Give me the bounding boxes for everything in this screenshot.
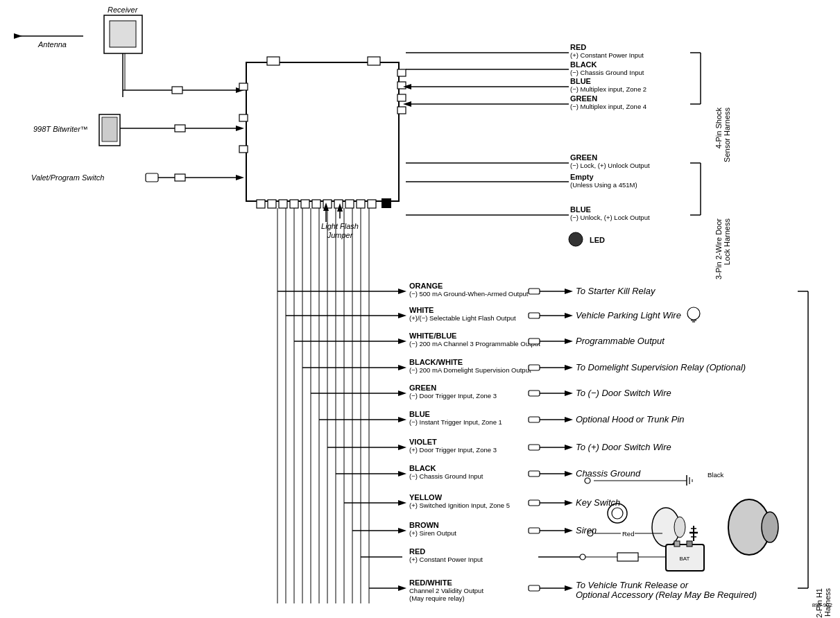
svg-rect-163 — [529, 585, 540, 591]
svg-rect-9 — [172, 87, 182, 94]
svg-rect-154 — [529, 313, 540, 318]
diagram-container: Antenna Receiver 998T Bitwriter™ Valet/P… — [0, 0, 840, 618]
wire-red-cp-color: RED — [409, 547, 425, 556]
wire-violet-color: VIOLET — [409, 438, 437, 446]
svg-rect-22 — [246, 62, 399, 201]
wire-blue-dl-color: BLUE — [570, 205, 591, 214]
wire-brown-desc: (+) Siren Output — [409, 529, 456, 537]
svg-rect-162 — [529, 528, 540, 533]
svg-rect-142 — [674, 541, 680, 547]
wire-violet-desc: (+) Door Trigger Input, Zone 3 — [409, 446, 497, 454]
svg-point-63 — [569, 232, 583, 246]
svg-rect-138 — [617, 553, 638, 561]
svg-point-145 — [762, 512, 778, 542]
wire-green-dl-color: GREEN — [570, 153, 597, 162]
svg-rect-16 — [175, 125, 185, 132]
valet-switch-label: Valet/Program Switch — [31, 173, 104, 182]
svg-rect-34 — [357, 200, 365, 208]
shock-sensor-harness-label: 4-Pin Shock — [714, 108, 723, 149]
svg-rect-157 — [529, 390, 540, 396]
wire-black-cg-color: BLACK — [409, 464, 436, 472]
receiver-label: Receiver — [108, 6, 139, 14]
wire-green-dl-desc: (−) Lock, (+) Unlock Output — [570, 162, 650, 169]
svg-rect-4 — [110, 21, 136, 47]
svg-rect-30 — [312, 200, 320, 208]
output-blackwhite: To Domelight Supervision Relay (Optional… — [576, 362, 746, 372]
svg-rect-153 — [529, 289, 540, 294]
wire-blackwhite-color: BLACK/WHITE — [409, 358, 463, 366]
output-blue-it: Optional Hood or Trunk Pin — [576, 414, 685, 424]
wire-yellow-color: YELLOW — [409, 493, 443, 501]
wire-blue-dl-desc: (−) Unlock, (+) Lock Output — [570, 214, 650, 221]
wire-blue-it-color: BLUE — [409, 410, 430, 418]
svg-rect-32 — [334, 200, 343, 208]
wire-empty-color: Empty — [570, 173, 594, 181]
svg-rect-42 — [397, 94, 406, 101]
svg-rect-23 — [267, 57, 280, 65]
wire-black-top-color: BLACK — [570, 60, 597, 69]
svg-rect-28 — [290, 200, 298, 208]
wire-whiteblue-color: WHITE/BLUE — [409, 332, 456, 340]
wire-red-cp-desc: (+) Constant Power Input — [409, 556, 483, 563]
wire-orange-desc: (−) 500 mA Ground-When-Armed Output — [409, 290, 529, 298]
svg-rect-41 — [397, 82, 406, 89]
svg-rect-35 — [368, 200, 376, 208]
svg-rect-38 — [239, 114, 248, 121]
svg-rect-156 — [529, 365, 540, 370]
svg-rect-39 — [239, 146, 248, 153]
door-lock-harness-label: 3-Pin 2-Wire Door — [714, 218, 723, 280]
svg-rect-17 — [146, 173, 158, 182]
shock-sensor-harness-label2: Sensor Harness — [723, 108, 731, 162]
svg-rect-43 — [397, 107, 406, 114]
svg-rect-36 — [382, 198, 391, 208]
svg-rect-40 — [397, 69, 406, 76]
output-black-cg: Chassis Ground — [576, 468, 641, 479]
wire-red-top-color: RED — [570, 43, 586, 51]
output-white: Vehicle Parking Light Wire — [576, 310, 681, 320]
svg-rect-21 — [175, 174, 185, 181]
light-flash-jumper-label2: Jumper — [327, 231, 354, 239]
wire-blue-top-color: BLUE — [570, 77, 591, 85]
wire-whiteblue-desc: (−) 200 mA Channel 3 Programmable Output — [409, 340, 540, 347]
wire-green-dt-color: GREEN — [409, 384, 436, 392]
door-lock-harness-label2: Lock Harness — [723, 218, 731, 266]
svg-rect-33 — [345, 200, 354, 208]
output-violet: To (+) Door Switch Wire — [576, 442, 671, 452]
output-redwhite-1: To Vehicle Trunk Release or — [576, 580, 689, 590]
svg-rect-158 — [529, 417, 540, 422]
svg-rect-159 — [529, 445, 540, 450]
svg-rect-12 — [102, 117, 117, 141]
output-whiteblue: Programmable Output — [576, 336, 665, 346]
antenna-label: Antenna — [37, 40, 67, 49]
wire-redwhite-desc: Channel 2 Validity Output — [409, 587, 483, 594]
output-green-dt: To (−) Door Switch Wire — [576, 388, 671, 398]
wire-white-desc: (+)/(−) Selectable Light Flash Output — [409, 314, 516, 322]
svg-rect-160 — [529, 471, 540, 477]
wire-orange-color: ORANGE — [409, 282, 443, 290]
wire-red-top-desc: (+) Constant Power Input — [570, 51, 644, 59]
wire-black-top-desc: (−) Chassis Ground Input — [570, 69, 644, 76]
bitwriter-label: 998T Bitwriter™ — [33, 125, 88, 133]
wire-black-cg-desc: (−) Chassis Ground Input — [409, 472, 483, 480]
wire-blackwhite-desc: (−) 200 mA Domelight Supervision Output — [409, 366, 531, 374]
svg-point-123 — [674, 517, 685, 538]
wire-green-top-color: GREEN — [570, 94, 597, 103]
wire-green-top-desc: (−) Multiplex input, Zone 4 — [570, 103, 646, 110]
svg-rect-25 — [257, 200, 265, 208]
wire-white-color: WHITE — [409, 306, 434, 314]
led-label: LED — [590, 236, 605, 244]
svg-rect-143 — [687, 541, 692, 547]
wire-redwhite-desc2: (May require relay) — [409, 594, 465, 602]
wire-green-dt-desc: (−) Door Trigger Input, Zone 3 — [409, 392, 497, 400]
wire-redwhite-color: RED/WHITE — [409, 578, 452, 587]
wire-blue-top-desc: (−) Multiplex input, Zone 2 — [570, 85, 646, 93]
output-yellow: Key Switch — [576, 497, 620, 508]
svg-rect-29 — [301, 200, 309, 208]
output-redwhite-2: Optional Accessory (Relay May Be Require… — [576, 590, 757, 600]
svg-rect-37 — [239, 83, 248, 90]
svg-rect-155 — [529, 338, 540, 344]
svg-rect-26 — [268, 200, 276, 208]
wire-empty-desc: (Unless Using a 451M) — [570, 181, 637, 189]
part-number: 895-902 — [812, 602, 833, 608]
siren-red-label: Red — [622, 530, 634, 538]
